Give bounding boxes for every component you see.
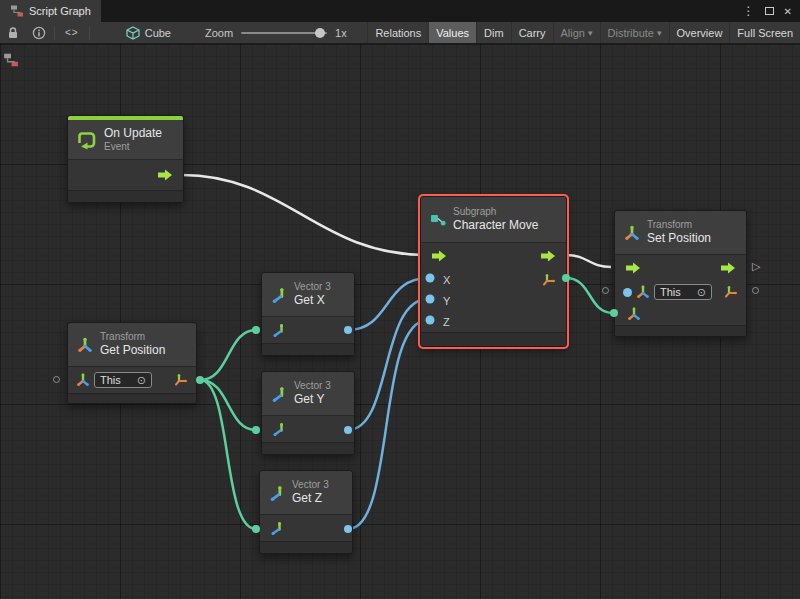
subgraph-icon	[430, 212, 446, 228]
script-graph-window: Script Graph ⋮ ✕ <> Cube Zoom 1x Relatio…	[0, 0, 800, 599]
zoom-slider[interactable]	[241, 32, 327, 34]
vector-input-port-icon[interactable]	[627, 307, 641, 321]
graph-target-picker[interactable]: Cube	[118, 26, 179, 40]
port-label-y: Y	[431, 295, 450, 307]
target-input-port[interactable]	[623, 288, 632, 297]
toolbar-separator	[54, 26, 55, 40]
node-title: On Update	[104, 126, 162, 141]
vector-input-port-icon[interactable]	[270, 521, 284, 535]
node-set-position[interactable]: Transform Set Position This ⊙	[614, 210, 747, 337]
node-category: Vector 3	[294, 380, 331, 393]
script-graph-icon	[10, 4, 24, 18]
flow-output-port[interactable]	[540, 250, 556, 262]
object-picker-icon[interactable]: ⊙	[137, 375, 146, 386]
graph-canvas[interactable]: On Update Event Subgraph Character Move	[0, 44, 800, 599]
lock-icon[interactable]	[0, 22, 26, 43]
target-object-field[interactable]: This ⊙	[94, 372, 152, 388]
vector3-icon	[271, 287, 287, 303]
node-footer	[615, 325, 746, 336]
node-title: Set Position	[647, 231, 711, 246]
vector-output-port-icon[interactable]	[724, 285, 738, 299]
align-button[interactable]: Align▾	[553, 22, 600, 43]
dim-button[interactable]: Dim	[476, 22, 511, 43]
vector-output-port-icon[interactable]	[174, 373, 188, 387]
flow-output-port[interactable]	[720, 262, 736, 274]
wire-getposition-to-getx[interactable]	[200, 330, 256, 380]
transform-axis-icon	[636, 285, 650, 299]
fullscreen-button[interactable]: Full Screen	[729, 22, 800, 43]
node-category: Event	[104, 141, 162, 154]
node-footer	[68, 393, 196, 403]
zoom-control: Zoom 1x	[205, 27, 347, 39]
target-value: This	[100, 374, 121, 386]
node-title: Get Y	[294, 392, 331, 407]
node-title: Character Move	[453, 218, 538, 233]
node-get-z[interactable]: Vector 3 Get Z	[259, 470, 353, 554]
wire-charactermove-out-to-setposition-value[interactable]	[566, 278, 613, 313]
node-get-position[interactable]: Transform Get Position This ⊙	[67, 322, 197, 404]
vector-input-port-icon[interactable]	[272, 422, 286, 436]
overview-button[interactable]: Overview	[669, 22, 730, 43]
unconnected-flow-port[interactable]: ▷	[752, 261, 760, 272]
wire-getposition-to-gety[interactable]	[200, 380, 256, 430]
node-title: Get X	[294, 293, 331, 308]
graph-target-name: Cube	[145, 27, 171, 39]
on-update-icon	[77, 130, 97, 150]
node-category: Subgraph	[453, 206, 538, 219]
window-controls: ⋮ ✕	[735, 0, 800, 22]
info-icon[interactable]	[26, 22, 52, 43]
node-footer	[262, 442, 354, 454]
zoom-slider-handle[interactable]	[315, 28, 325, 38]
target-value: This	[660, 286, 681, 298]
close-icon[interactable]: ✕	[784, 6, 792, 17]
chevron-down-icon: ▾	[588, 28, 593, 38]
unconnected-value-port[interactable]	[752, 287, 759, 294]
maximize-icon[interactable]	[765, 7, 774, 15]
unconnected-value-port[interactable]	[53, 376, 60, 383]
node-footer	[260, 541, 352, 553]
toolbar-buttons: Relations Values Dim Carry Align▾ Distri…	[367, 22, 800, 43]
transform-icon	[624, 225, 640, 241]
vector-output-port-icon[interactable]	[542, 273, 556, 287]
wire-onupdate-to-charactermove[interactable]	[182, 175, 426, 255]
values-button[interactable]: Values	[428, 22, 476, 43]
wire-getx-to-charactermove-x[interactable]	[348, 278, 428, 330]
unconnected-value-port[interactable]	[602, 287, 609, 294]
toolbar-separator	[89, 26, 90, 40]
transform-icon	[77, 337, 93, 353]
relations-button[interactable]: Relations	[367, 22, 428, 43]
flow-output-port[interactable]	[157, 169, 173, 181]
graph-toolbar: <> Cube Zoom 1x Relations Values Dim Car…	[0, 22, 800, 44]
inspector-toggle-icon[interactable]	[3, 52, 19, 68]
window-menu-icon[interactable]: ⋮	[743, 4, 755, 18]
node-get-y[interactable]: Vector 3 Get Y	[261, 371, 355, 455]
node-title: Get Position	[100, 343, 165, 358]
object-picker-icon[interactable]: ⊙	[697, 287, 706, 298]
window-tab-bar: Script Graph ⋮ ✕	[0, 0, 800, 22]
node-category: Vector 3	[292, 479, 329, 492]
wire-charactermove-to-setposition[interactable]	[566, 255, 611, 267]
node-character-move[interactable]: Subgraph Character Move X Y Z	[420, 196, 567, 347]
node-footer	[421, 332, 566, 346]
node-get-x[interactable]: Vector 3 Get X	[261, 272, 355, 356]
node-category: Transform	[100, 331, 165, 344]
port-label-z: Z	[431, 316, 450, 328]
carry-button[interactable]: Carry	[511, 22, 553, 43]
transform-axis-icon	[76, 373, 90, 387]
node-category: Transform	[647, 219, 711, 232]
vector-input-port-icon[interactable]	[272, 323, 286, 337]
vector3-icon	[271, 386, 287, 402]
distribute-button[interactable]: Distribute▾	[600, 22, 669, 43]
target-object-field[interactable]: This ⊙	[654, 284, 712, 300]
zoom-label: Zoom	[205, 27, 233, 39]
chevron-down-icon: ▾	[657, 28, 662, 38]
node-title: Get Z	[292, 491, 329, 506]
code-view-icon[interactable]: <>	[57, 27, 87, 38]
node-category: Vector 3	[294, 281, 331, 294]
flow-input-port[interactable]	[431, 250, 447, 262]
port-label-x: X	[431, 274, 450, 286]
tab-script-graph[interactable]: Script Graph	[0, 0, 101, 22]
flow-input-port[interactable]	[625, 262, 641, 274]
node-footer	[262, 343, 354, 355]
node-on-update[interactable]: On Update Event	[67, 115, 184, 203]
